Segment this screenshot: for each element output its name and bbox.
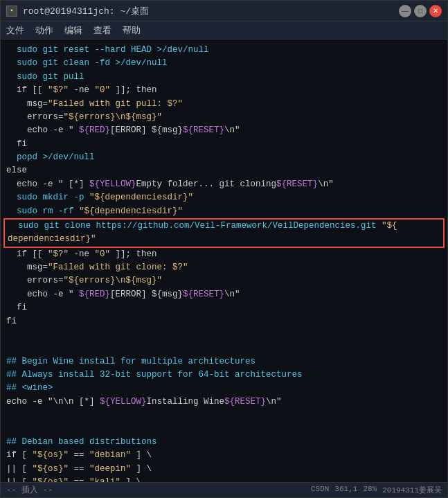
line-25: ## <wine> (6, 382, 442, 395)
line-8: fi (6, 138, 442, 151)
menu-help[interactable]: 帮助 (123, 24, 141, 37)
line-32: || [ "${os}" == "kali" ] \ (6, 476, 442, 482)
line-4: if [[ "$?" -ne "0" ]]; then (6, 84, 442, 97)
menubar: 文件 动作 编辑 查看 帮助 (1, 21, 447, 39)
line-9: popd >/dev/null (6, 151, 442, 164)
status-percent: 28% (363, 485, 377, 495)
line-22 (6, 341, 442, 355)
line-1: sudo git reset --hard HEAD >/dev/null (6, 44, 442, 57)
line-19: fi (6, 301, 442, 314)
status-mode: -- 插入 -- (6, 484, 53, 496)
line-14: sudo git clone https://github.com/Veil-F… (8, 220, 440, 233)
statusbar: -- 插入 -- CSDN 361,1 28% 20194311姜展吴 (1, 482, 447, 497)
line-14b: dependenciesdir}" (8, 233, 440, 246)
line-5: msg="Failed with git pull: $?" (6, 98, 442, 111)
status-csdn: CSDN (311, 485, 329, 495)
status-user: 20194311姜展吴 (382, 485, 442, 495)
titlebar: ▪ root@20194311jch: ~/桌面 — □ ✕ (1, 1, 447, 21)
line-23: ## Begin Wine install for multiple archi… (6, 355, 442, 368)
line-10: else (6, 164, 442, 177)
line-12: sudo mkdir -p "${dependenciesdir}" (6, 191, 442, 204)
terminal-window: ▪ root@20194311jch: ~/桌面 — □ ✕ 文件 动作 编辑 … (0, 0, 448, 498)
line-17: errors="${errors}\n${msg}" (6, 274, 442, 287)
line-24: ## Always install 32-bit support for 64-… (6, 368, 442, 382)
menu-file[interactable]: 文件 (6, 24, 24, 37)
menu-edit[interactable]: 编辑 (64, 24, 82, 37)
titlebar-left: ▪ root@20194311jch: ~/桌面 (6, 5, 149, 17)
status-position: 361,1 (334, 485, 357, 495)
line-6: errors="${errors}\n${msg}" (6, 111, 442, 124)
status-right: CSDN 361,1 28% 20194311姜展吴 (311, 485, 442, 495)
titlebar-buttons: — □ ✕ (399, 5, 442, 17)
maximize-button[interactable]: □ (414, 5, 427, 17)
line-11: echo -e " [*] ${YELLOW}Empty folder... g… (6, 178, 442, 191)
minimize-button[interactable]: — (399, 5, 411, 17)
line-2: sudo git clean -fd >/dev/null (6, 57, 442, 70)
line-7: echo -e " ${RED}[ERROR] ${msg}${RESET}\n… (6, 124, 442, 137)
line-18: echo -e " ${RED}[ERROR] ${msg}${RESET}\n… (6, 288, 442, 301)
line-15: if [[ "$?" -ne "0" ]]; then (6, 248, 442, 261)
line-28 (6, 423, 442, 436)
menu-view[interactable]: 查看 (93, 24, 111, 37)
line-21 (6, 328, 442, 341)
close-button[interactable]: ✕ (429, 5, 442, 17)
line-20: fi (6, 315, 442, 328)
line-31: || [ "${os}" == "deepin" ] \ (6, 463, 442, 476)
menu-action[interactable]: 动作 (35, 24, 53, 37)
window-icon: ▪ (6, 6, 17, 17)
line-3: sudo git pull (6, 71, 442, 84)
line-16: msg="Failed with git clone: $?" (6, 261, 442, 274)
line-30: if [ "${os}" == "debian" ] \ (6, 449, 442, 462)
highlight-block: sudo git clone https://github.com/Veil-F… (3, 218, 445, 248)
window-title: root@20194311jch: ~/桌面 (23, 5, 149, 17)
line-26: echo -e "\n\n [*] ${YELLOW}Installing Wi… (6, 395, 442, 409)
line-13: sudo rm -rf "${dependenciesdir}" (6, 205, 442, 218)
line-27 (6, 409, 442, 422)
line-29: ## Debian based distributions (6, 436, 442, 449)
terminal-content[interactable]: sudo git reset --hard HEAD >/dev/null su… (1, 39, 447, 482)
